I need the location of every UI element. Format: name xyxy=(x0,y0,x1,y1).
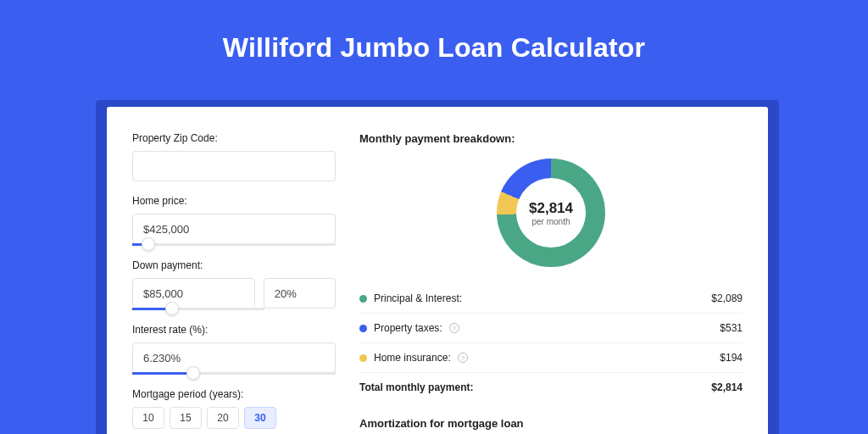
home-price-input[interactable] xyxy=(132,214,336,244)
period-option-10[interactable]: 10 xyxy=(132,407,164,429)
mortgage-period-label: Mortgage period (years): xyxy=(132,388,336,400)
legend-value: $194 xyxy=(720,352,743,364)
mortgage-period-group: 10 15 20 30 xyxy=(132,407,336,429)
legend-row-taxes: Property taxes: ? $531 xyxy=(359,314,743,343)
donut-amount: $2,814 xyxy=(529,200,573,217)
donut-center: $2,814 per month xyxy=(516,178,586,248)
period-option-15[interactable]: 15 xyxy=(170,407,202,429)
interest-rate-label: Interest rate (%): xyxy=(132,324,336,336)
home-price-label: Home price: xyxy=(132,195,336,207)
down-payment-slider[interactable] xyxy=(132,308,264,310)
breakdown-title: Monthly payment breakdown: xyxy=(359,132,743,145)
legend-row-total: Total monthly payment: $2,814 xyxy=(359,373,743,402)
down-payment-label: Down payment: xyxy=(132,259,336,271)
slider-thumb-icon[interactable] xyxy=(165,302,179,315)
down-payment-input[interactable] xyxy=(132,278,255,309)
zip-input[interactable] xyxy=(132,151,336,181)
page-title: Williford Jumbo Loan Calculator xyxy=(0,0,868,64)
down-payment-pct-input[interactable] xyxy=(264,278,336,309)
legend-label: Home insurance: xyxy=(374,352,451,364)
interest-rate-input[interactable] xyxy=(132,342,336,373)
donut-chart-wrap: $2,814 per month xyxy=(359,159,743,267)
dot-icon xyxy=(359,325,367,332)
legend-value: $2,089 xyxy=(711,292,743,304)
breakdown-column: Monthly payment breakdown: $2,814 per mo… xyxy=(359,132,743,434)
total-label: Total monthly payment: xyxy=(359,381,473,393)
total-value: $2,814 xyxy=(711,381,743,393)
inputs-column: Property Zip Code: Home price: Down paym… xyxy=(132,132,336,434)
donut-chart: $2,814 per month xyxy=(497,159,605,267)
zip-label: Property Zip Code: xyxy=(132,132,336,144)
legend-label: Property taxes: xyxy=(374,322,442,334)
legend-row-principal: Principal & Interest: $2,089 xyxy=(359,284,743,314)
info-icon[interactable]: ? xyxy=(458,353,468,363)
amortization-title: Amortization for mortgage loan xyxy=(359,417,743,430)
legend-label: Principal & Interest: xyxy=(374,292,462,304)
slider-thumb-icon[interactable] xyxy=(142,237,155,251)
home-price-slider[interactable] xyxy=(132,243,336,246)
legend-value: $531 xyxy=(720,322,743,334)
donut-sub: per month xyxy=(531,217,570,226)
slider-thumb-icon[interactable] xyxy=(186,366,200,380)
dot-icon xyxy=(359,354,367,362)
legend-row-insurance: Home insurance: ? $194 xyxy=(359,343,743,373)
dot-icon xyxy=(359,295,367,303)
calculator-card: Property Zip Code: Home price: Down paym… xyxy=(107,107,768,434)
period-option-30[interactable]: 30 xyxy=(244,407,276,429)
interest-rate-slider[interactable] xyxy=(132,372,336,375)
info-icon[interactable]: ? xyxy=(449,323,459,333)
period-option-20[interactable]: 20 xyxy=(207,407,239,429)
